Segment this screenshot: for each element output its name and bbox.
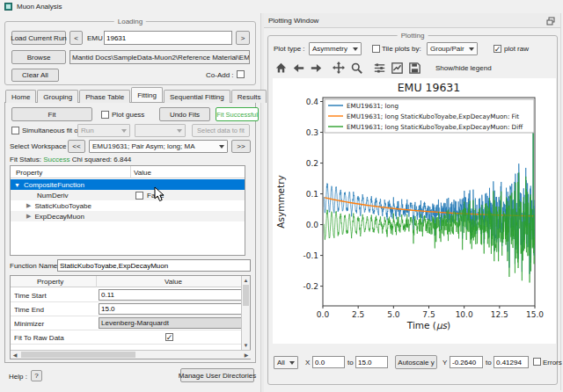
fit-status: Fit Status: Success Chi squared: 6.844	[10, 156, 131, 163]
load-current-run-button[interactable]: Load Current Run	[11, 31, 66, 45]
workspace-prev-button[interactable]: <<	[68, 140, 85, 153]
muon-analysis-panel: Loading Load Current Run < EMU > Browse …	[0, 13, 260, 392]
tab-phase-table[interactable]: Phase Table	[79, 90, 130, 103]
tab-sequential-fitting[interactable]: Sequential Fitting	[164, 90, 230, 103]
tree-row-statickubotoyabe[interactable]: ▶StaticKuboToyabe	[11, 200, 245, 211]
y-min-input[interactable]	[450, 356, 483, 368]
scroll-down-icon[interactable]: ▼	[242, 342, 250, 349]
tree-header-property: Property	[16, 169, 42, 177]
simultaneous-selection-combo[interactable]	[135, 124, 186, 137]
tab-results[interactable]: Results	[231, 90, 267, 103]
plot-range-bar: All X to Autoscale y Y to Errors	[268, 351, 557, 375]
plot-raw-label: plot raw	[504, 45, 529, 53]
forward-icon[interactable]	[307, 61, 325, 75]
fit-button[interactable]: Fit	[11, 107, 92, 121]
settings-value-select[interactable]: Levenberg-Marquardt	[99, 317, 242, 329]
plot-type-combo[interactable]: Asymmetry	[309, 42, 362, 55]
chart-canvas: EMU 196310.02.55.07.510.012.515.0-0.2-0.…	[273, 78, 556, 344]
tree-row-expdecaymuon[interactable]: ▶ExpDecayMuon	[11, 211, 245, 221]
browse-button[interactable]: Browse	[11, 50, 66, 64]
tab-fitting[interactable]: Fitting	[131, 87, 163, 102]
tree-row-numderiv[interactable]: NumDerivFalse	[11, 190, 245, 200]
axis-scope-combo[interactable]: All	[274, 356, 298, 369]
fitting-tab-pane: Fit Plot guess Undo Fits Fit Successful …	[4, 102, 256, 363]
workspace-next-button[interactable]: >>	[231, 140, 251, 153]
x-to-label: to	[347, 359, 354, 367]
home-icon[interactable]	[272, 61, 289, 75]
x-min-input[interactable]	[312, 356, 345, 368]
autoscale-y-button[interactable]: Autoscale y	[395, 355, 437, 369]
legend-entry: EMU19631; long	[347, 102, 398, 110]
help-button[interactable]: ?	[31, 370, 42, 381]
settings-hscrollbar[interactable]: ◀ ▶	[11, 350, 251, 359]
x-tick-label: 0.0	[317, 310, 330, 319]
tree-row-label: ExpDecayMuon	[34, 213, 84, 221]
settings-row-fit-to-raw-data: Fit To Raw Data	[11, 330, 241, 345]
zoom-icon[interactable]	[347, 61, 365, 75]
tile-plots-checkbox[interactable]	[372, 45, 380, 53]
co-add-label: Co-Add :	[206, 71, 234, 79]
float-window-icon[interactable]	[546, 17, 555, 25]
run-number-input[interactable]	[104, 31, 232, 45]
scroll-right-icon[interactable]: ▶	[243, 352, 250, 359]
settings-value-checkbox[interactable]	[165, 333, 173, 341]
file-path-field[interactable]: Mantid Docs\SampleData-Muon2\Reference M…	[69, 50, 250, 64]
x-tick-label: 5.0	[387, 310, 400, 319]
tab-home[interactable]: Home	[5, 90, 36, 103]
y-range-label: Y	[442, 359, 447, 367]
x-tick-label: 7.5	[422, 310, 435, 319]
fit-status-value: Success	[43, 156, 69, 163]
plot-raw-checkbox[interactable]	[494, 45, 501, 53]
subplots-icon[interactable]	[370, 61, 388, 75]
clear-all-button[interactable]: Clear All	[11, 69, 59, 82]
settings-header-value: Value	[165, 278, 182, 286]
tile-by-combo[interactable]: Group/Pair	[427, 42, 478, 55]
workspace-combo[interactable]: EMU19631; Pair Asym; long; MA	[89, 140, 228, 153]
run-prev-button[interactable]: <	[69, 31, 83, 45]
settings-property-label: Time End	[14, 306, 44, 314]
simultaneous-by-combo[interactable]: Run	[77, 124, 130, 137]
expand-icon[interactable]: ▼	[14, 182, 20, 188]
x-max-input[interactable]	[355, 356, 388, 368]
scroll-left-icon[interactable]: ◀	[11, 352, 18, 359]
settings-property-label: Time Start	[14, 292, 47, 300]
numderiv-checkbox[interactable]	[135, 192, 143, 200]
show-hide-legend-button[interactable]: Show/hide legend	[430, 62, 497, 75]
collapse-icon[interactable]: ▶	[26, 202, 31, 209]
errors-label: Errors	[543, 359, 562, 367]
tree-row-compositefunction[interactable]: ▼CompositeFunction	[11, 179, 245, 190]
co-add-checkbox[interactable]	[237, 70, 245, 78]
instrument-label: EMU	[87, 34, 103, 42]
simultaneous-checkbox[interactable]	[11, 127, 19, 134]
manage-user-directories-button[interactable]: Manage User Directories	[180, 368, 254, 382]
select-workspace-label: Select Workspace	[10, 142, 66, 150]
plot-guess-label: Plot guess	[112, 111, 144, 119]
settings-row-time-start: Time Start	[11, 288, 241, 302]
fit-successful-button[interactable]: Fit Successful	[216, 107, 259, 121]
collapse-icon[interactable]: ▶	[26, 213, 31, 220]
scroll-up-icon[interactable]: ▲	[242, 277, 250, 284]
x-tick-label: 15.0	[526, 310, 544, 319]
plotting-window-titlebar[interactable]: Plotting Window	[264, 13, 560, 28]
errors-checkbox[interactable]	[533, 358, 541, 366]
settings-vscrollbar[interactable]: ▲ ▼	[241, 276, 250, 350]
settings-value-input[interactable]	[99, 289, 242, 301]
plot-guess-checkbox[interactable]	[101, 111, 109, 119]
customize-plot-icon[interactable]	[388, 61, 406, 75]
run-next-button[interactable]: >	[236, 31, 250, 45]
app-titlebar: Muon Analysis	[0, 0, 563, 13]
settings-value-input[interactable]	[99, 303, 242, 315]
function-tree: Property Value ▼CompositeFunctionNumDeri…	[10, 165, 245, 256]
function-name-label: Function Name	[10, 262, 57, 270]
back-icon[interactable]	[289, 61, 307, 75]
undo-fits-button[interactable]: Undo Fits	[159, 107, 210, 121]
function-name-input[interactable]	[57, 259, 251, 272]
plot-type-label: Plot type :	[274, 45, 305, 53]
tab-grouping[interactable]: Grouping	[37, 90, 78, 103]
save-icon[interactable]	[406, 61, 423, 75]
pan-icon[interactable]	[330, 61, 347, 75]
y-tick-label: -0.2	[303, 282, 318, 291]
select-data-to-fit-button[interactable]: Select data to fit	[192, 124, 250, 137]
legend-entry: EMU19631; long StaticKuboToyabe,ExpDecay…	[347, 113, 519, 120]
y-max-input[interactable]	[494, 356, 529, 368]
